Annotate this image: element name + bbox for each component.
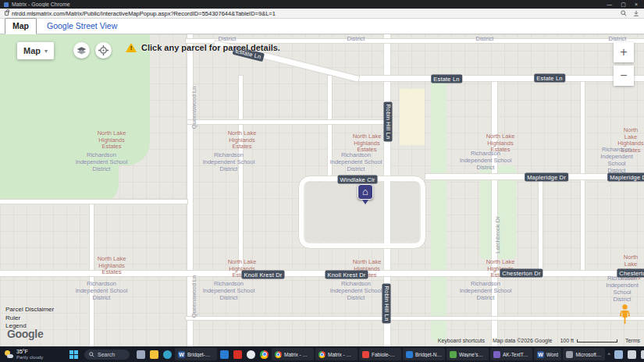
taskbar-app[interactable]: WWord <box>534 348 561 360</box>
terms-link[interactable]: Terms <box>625 338 640 343</box>
taskbar-app-label: Matrix - Goo <box>284 352 311 357</box>
google-logo[interactable]: Google <box>7 328 43 340</box>
taskbar-app-label: Wayne'sPastu <box>459 352 486 357</box>
area-label: North Lake Highlands Estates <box>353 133 382 154</box>
taskbar-search[interactable]: Search <box>84 350 130 360</box>
layers-button[interactable] <box>73 42 90 59</box>
screen: Matrix - Google Chrome — ▢ × ntrdd.mlsma… <box>0 0 644 362</box>
map-type-dropdown[interactable]: Map ▾ <box>17 42 54 59</box>
search-icon <box>89 352 94 357</box>
generic-icon <box>450 351 457 358</box>
taskbar-app[interactable]: Bridget-New! <box>403 348 445 360</box>
tab-map[interactable]: Map <box>5 18 37 34</box>
close-button[interactable]: × <box>635 2 638 7</box>
map-overlay-links: Parcel Disclaimer Ruler Legend <box>5 306 54 331</box>
maximize-button[interactable]: ▢ <box>621 2 626 7</box>
tab-google-street-view[interactable]: Google Street View <box>40 19 124 34</box>
system-tray: ^ 6:13 AM 5/17/2026 <box>606 348 644 361</box>
scale-bar <box>577 339 617 342</box>
address-field[interactable]: ntrdd.mlsmatrix.com/Matrix/Public/Intera… <box>12 10 614 17</box>
green-patch <box>480 165 516 259</box>
word-icon: W <box>178 351 185 358</box>
park-area <box>0 151 119 203</box>
road <box>0 200 187 204</box>
taskbar-app[interactable]: Fabiole-New? <box>359 348 401 360</box>
pegman[interactable] <box>620 304 630 328</box>
acrobat-icon[interactable] <box>233 350 242 359</box>
parcel-highlight <box>400 89 425 145</box>
taskbar-app[interactable]: AK-TextToSp <box>490 348 532 360</box>
area-label: Richardson Independent School District <box>330 151 382 172</box>
road <box>328 76 332 176</box>
taskbar-app[interactable]: Wayne'sPastu <box>447 348 489 360</box>
parcel-disclaimer-link[interactable]: Parcel Disclaimer <box>5 306 54 314</box>
generic-icon <box>566 351 573 358</box>
lock-icon <box>5 11 9 16</box>
start-button[interactable] <box>67 348 80 360</box>
road <box>186 317 644 320</box>
page-tabbar: Map Google Street View <box>0 19 644 34</box>
marker-tip <box>362 200 368 204</box>
road <box>239 76 243 272</box>
taskbar-app[interactable]: Matrix - Goo <box>272 348 314 360</box>
weather-temp: 35°F <box>16 349 43 355</box>
taskbar-app[interactable]: WBridget-Wind <box>175 348 217 360</box>
chevron-down-icon: ▾ <box>44 48 48 55</box>
download-icon[interactable] <box>633 10 639 16</box>
outlook-icon[interactable] <box>220 350 229 359</box>
road-estate-ln <box>351 76 644 81</box>
notepad-icon[interactable] <box>247 350 255 359</box>
locate-button[interactable] <box>95 42 112 59</box>
property-marker[interactable]: ⌂ <box>358 184 373 204</box>
partly-cloudy-icon <box>5 350 13 358</box>
weather-widget[interactable]: 35°F Partly cloudy <box>0 349 67 360</box>
generic-icon <box>362 351 369 358</box>
area-label: Richardson Independent School District <box>330 280 382 301</box>
pegman-icon <box>620 304 630 325</box>
taskbar: 35°F Partly cloudy Search WBridget-Wind … <box>0 346 644 362</box>
map-canvas[interactable]: DistrictDistrictDistrictDistrictNorth La… <box>0 34 644 346</box>
taskbar-app[interactable]: Microsoft Co. <box>563 348 605 360</box>
window-title: Matrix - Google Chrome <box>12 2 607 7</box>
hidden-icons-chevron[interactable]: ^ <box>607 352 610 357</box>
road <box>539 179 543 272</box>
ruler-link[interactable]: Ruler <box>5 314 54 323</box>
area-label: North Lake Highlands Estates <box>617 127 643 154</box>
road-mapleridge-dr <box>425 174 644 179</box>
road <box>492 76 497 346</box>
scale-control: 100 ft <box>560 338 617 343</box>
warning-text: Click any parcel for parcel details. <box>141 43 280 52</box>
taskbar-app-label: Fabiole-New? <box>372 352 398 357</box>
zoom-page-icon[interactable] <box>621 10 627 16</box>
chrome-favicon-icon <box>4 2 9 7</box>
network-icon[interactable] <box>628 350 636 359</box>
file-explorer-icon[interactable] <box>150 350 158 359</box>
task-view-icon[interactable] <box>137 350 145 359</box>
road-knoll-krest-dr <box>0 271 644 276</box>
area-label: Richardson Independent School District <box>460 280 512 301</box>
browser-urlbar: ntrdd.mlsmatrix.com/Matrix/Public/Intera… <box>0 9 644 19</box>
edge-icon[interactable] <box>163 350 172 359</box>
area-label: North Lake Highlands Estates <box>617 254 643 282</box>
taskbar-app[interactable]: Matrix - Goo <box>315 348 358 360</box>
taskbar-app-label: Matrix - Goo <box>328 352 354 357</box>
parcel-warning: ! Click any parcel for parcel details. <box>126 43 280 52</box>
area-label: North Lake Highlands Estates <box>486 259 515 279</box>
road <box>187 120 384 124</box>
keyboard-shortcuts-button[interactable]: Keyboard shortcuts <box>438 338 485 343</box>
word-icon: W <box>537 351 544 358</box>
area-label: Richardson Independent School District <box>606 275 639 303</box>
zoom-out-button[interactable]: − <box>614 66 634 86</box>
zoom-in-button[interactable]: + <box>614 42 634 62</box>
taskbar-app-label: Word <box>546 352 558 357</box>
generic-icon <box>406 351 413 358</box>
area-label: Richardson Independent School District <box>203 280 255 301</box>
map-type-label: Map <box>23 46 41 55</box>
onedrive-icon[interactable] <box>614 350 623 359</box>
chrome-icon[interactable] <box>260 350 269 359</box>
warning-icon: ! <box>126 43 137 52</box>
volume-icon[interactable] <box>641 350 644 359</box>
taskbar-app-label: Bridget-New! <box>415 352 442 357</box>
house-icon: ⌂ <box>358 184 373 200</box>
minimize-button[interactable]: — <box>607 2 612 7</box>
